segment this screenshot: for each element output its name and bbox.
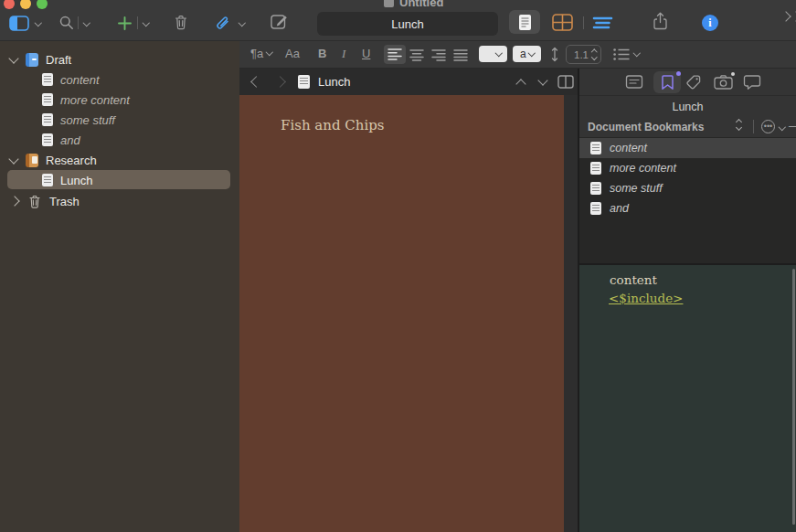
highlight-color-dropdown[interactable]: a (513, 46, 541, 62)
italic-button[interactable]: I (342, 47, 345, 61)
bookmark-item-more-content[interactable]: more content (579, 158, 796, 178)
bookmark-item-and[interactable]: and (579, 198, 796, 218)
info-icon: i (708, 16, 711, 30)
trash-icon (27, 194, 42, 209)
inspector-tabs (579, 69, 796, 96)
document-icon (42, 113, 53, 126)
binder-item-label: Trash (49, 195, 80, 208)
inspector-panel: Lunch Document Bookmarks ••• — content m… (579, 69, 796, 532)
snapshot-badge (731, 72, 735, 76)
tab-comments[interactable] (743, 74, 761, 94)
chevron-down-icon (633, 49, 641, 57)
disclosure-chevron-icon[interactable] (9, 196, 19, 206)
compose-button[interactable] (271, 13, 289, 34)
research-folder-icon (26, 154, 38, 167)
binder-item-research[interactable]: Research (0, 150, 239, 170)
divider (753, 120, 754, 133)
text-color-dropdown[interactable] (479, 46, 507, 62)
align-justify-icon (453, 49, 468, 61)
align-right-button[interactable] (431, 48, 446, 65)
bookmark-item-some-stuff[interactable]: some stuff (579, 178, 796, 198)
disclosure-chevron-icon[interactable] (8, 53, 18, 63)
align-center-button[interactable] (409, 48, 424, 65)
search-button[interactable] (58, 15, 75, 35)
collapse-button[interactable]: — (789, 119, 796, 133)
attach-button[interactable] (213, 14, 231, 36)
search-input[interactable] (317, 12, 498, 36)
binder-item-draft[interactable]: Draft (0, 49, 239, 69)
chevron-down-icon[interactable] (779, 123, 786, 131)
line-spacing-button[interactable] (550, 46, 559, 67)
document-icon (590, 202, 601, 215)
bookmarks-sort-stepper[interactable] (737, 120, 741, 130)
corkboard-view-icon (552, 14, 573, 31)
binder-item-label: Lunch (60, 174, 92, 187)
tab-snapshots[interactable] (714, 74, 733, 93)
disclosure-chevron-icon[interactable] (8, 154, 18, 164)
bold-button[interactable]: B (318, 47, 326, 60)
bookmark-label: content (610, 142, 647, 154)
bookmarks-menu-button[interactable]: ••• (761, 120, 775, 133)
document-view-icon (518, 14, 532, 31)
editor-text-area[interactable]: Fish and Chips (239, 95, 564, 532)
font-button[interactable]: Aa (285, 47, 300, 60)
info-button[interactable]: i (702, 15, 718, 31)
panel-toggle-chevron-icon[interactable] (35, 19, 42, 27)
panel-toggle-button[interactable] (9, 16, 29, 35)
binder-item-more-content[interactable]: more content (0, 90, 239, 110)
corkboard-view-button[interactable] (552, 14, 573, 35)
format-bar: ¶a Aa B I U (239, 41, 796, 69)
add-chevron-icon[interactable] (143, 19, 150, 27)
binder-item-lunch-selected[interactable]: Lunch (0, 170, 239, 190)
binder-item-and[interactable]: and (0, 130, 239, 150)
paragraph-style-button[interactable]: ¶a (250, 47, 272, 60)
add-item-button[interactable] (117, 16, 133, 35)
trash-button[interactable] (173, 14, 189, 35)
underline-button[interactable]: U (362, 47, 370, 60)
zoom-button[interactable] (37, 0, 48, 9)
include-link[interactable]: <$include> (609, 291, 683, 305)
align-right-icon (431, 49, 446, 61)
minimize-button[interactable] (20, 0, 31, 9)
binder-item-content[interactable]: content (0, 69, 239, 90)
bookmark-preview[interactable]: content <$include> (579, 265, 796, 532)
outline-view-button[interactable] (592, 16, 613, 33)
forward-icon[interactable] (274, 76, 286, 88)
back-icon[interactable] (250, 76, 262, 88)
editor-header: Lunch (239, 69, 578, 95)
paperclip-icon (213, 14, 231, 32)
compose-icon (271, 13, 289, 30)
search-chevron-icon[interactable] (83, 19, 90, 27)
toolbar-overflow-button[interactable] (782, 13, 796, 20)
app-window: Untitled (0, 0, 796, 532)
editor-scrollbar-gutter[interactable] (564, 95, 578, 532)
binder-item-label: Draft (46, 53, 71, 67)
bookmark-item-content[interactable]: content (579, 138, 796, 158)
preview-scrollbar[interactable] (792, 269, 795, 525)
tab-keywords[interactable] (685, 73, 703, 94)
draft-folder-icon (26, 53, 38, 67)
document-icon (42, 73, 53, 86)
share-button[interactable] (652, 12, 669, 35)
list-style-button[interactable] (613, 48, 640, 60)
document-view-button[interactable] (509, 10, 540, 34)
align-left-icon (387, 48, 402, 60)
document-icon (590, 182, 601, 195)
trash-icon (173, 14, 189, 31)
align-left-button[interactable] (384, 45, 406, 64)
attach-chevron-icon[interactable] (239, 19, 246, 27)
previous-document-icon[interactable] (515, 79, 525, 89)
chevron-down-icon (266, 48, 273, 56)
close-button[interactable] (4, 0, 15, 9)
search-icon (58, 15, 75, 31)
highlight-label: a (520, 48, 526, 60)
bookmark-badge (676, 71, 681, 76)
binder-item-some-stuff[interactable]: some stuff (0, 110, 239, 130)
line-spacing-stepper[interactable]: 1.1 (566, 45, 601, 64)
list-icon (613, 48, 630, 60)
split-view-icon[interactable] (557, 75, 574, 89)
tab-notes[interactable] (625, 73, 643, 94)
binder-item-trash[interactable]: Trash (0, 191, 239, 211)
next-document-icon[interactable] (537, 75, 547, 85)
align-justify-button[interactable] (453, 48, 468, 65)
